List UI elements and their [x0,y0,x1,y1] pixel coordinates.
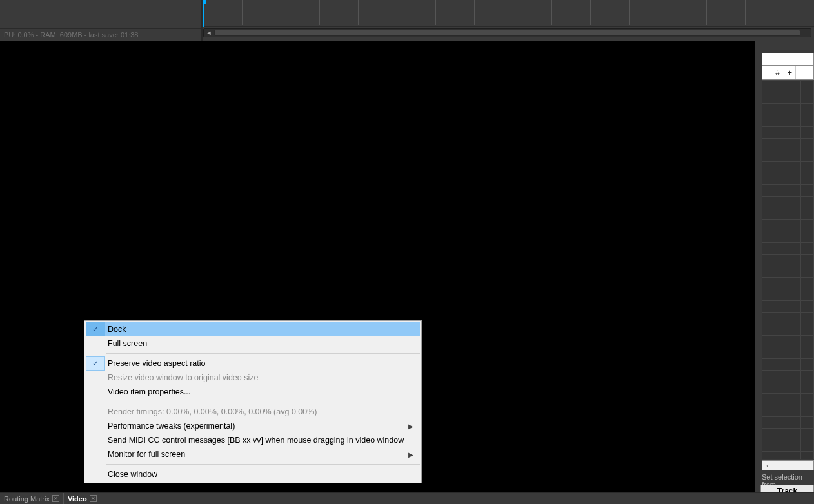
menu-separator [106,464,420,465]
track-manager-grid[interactable] [762,80,814,459]
menu-item-send-midi-cc[interactable]: Send MIDI CC control messages [BB xx vv]… [86,433,420,447]
check-icon: ✓ [92,359,99,368]
menu-item-video-item-properties[interactable]: Video item properties... [86,385,420,399]
track-manager-hscroll[interactable]: ‹ [762,460,814,470]
submenu-arrow-icon: ▶ [408,423,413,430]
track-manager-hint: Set selection from [762,472,814,483]
menu-item-close-window[interactable]: Close window [86,467,420,481]
dock-tab-strip: Routing Matrix × Video × [0,492,814,504]
menu-separator [106,402,420,402]
scrollbar-thumb[interactable] [214,30,800,36]
check-icon: ✓ [92,325,99,334]
video-context-menu: ✓ Dock Full screen ✓ Preserve video aspe… [84,320,422,483]
dock-tab-label: Video [68,495,87,503]
menu-item-monitor-fullscreen[interactable]: Monitor for full screen ▶ [86,447,420,461]
performance-status: PU: 0.0% - RAM: 609MB - last save: 01:38 [0,28,201,41]
track-manager-panel: # + ‹ Set selection from Track Manage [760,41,814,504]
menu-item-resize-original[interactable]: Resize video window to original video si… [86,371,420,385]
scroll-left-icon[interactable]: ‹ [762,462,773,469]
menu-item-dock[interactable]: ✓ Dock [86,322,420,336]
menu-item-full-screen[interactable]: Full screen [86,336,420,351]
close-icon[interactable]: × [52,495,59,502]
track-manager-filter-input[interactable] [762,53,814,66]
submenu-arrow-icon: ▶ [408,451,413,458]
scroll-left-icon[interactable]: ◄ [204,29,214,37]
timeline-area: ◄ PU: 0.0% - RAM: 609MB - last save: 01:… [0,0,814,41]
column-index[interactable]: # [762,66,784,79]
menu-item-preserve-aspect[interactable]: ✓ Preserve video aspect ratio [86,356,420,371]
track-manager-header[interactable]: # + [762,66,814,80]
dock-tab-video[interactable]: Video × [64,493,101,504]
playhead[interactable] [203,0,204,27]
column-add[interactable]: + [784,66,796,79]
track-panel-divider[interactable] [201,0,203,41]
timeline-horizontal-scrollbar[interactable]: ◄ [203,28,811,37]
scroll-right-icon[interactable] [800,29,811,37]
dock-tab-routing-matrix[interactable]: Routing Matrix × [0,493,64,504]
menu-item-performance-tweaks[interactable]: Performance tweaks (experimental) ▶ [86,419,420,433]
dock-tab-label: Routing Matrix [4,495,50,503]
close-icon[interactable]: × [90,495,97,502]
menu-item-render-timings: Render timings: 0.00%, 0.00%, 0.00%, 0.0… [86,405,420,419]
menu-separator [106,353,420,354]
timeline-ruler[interactable] [203,0,814,27]
